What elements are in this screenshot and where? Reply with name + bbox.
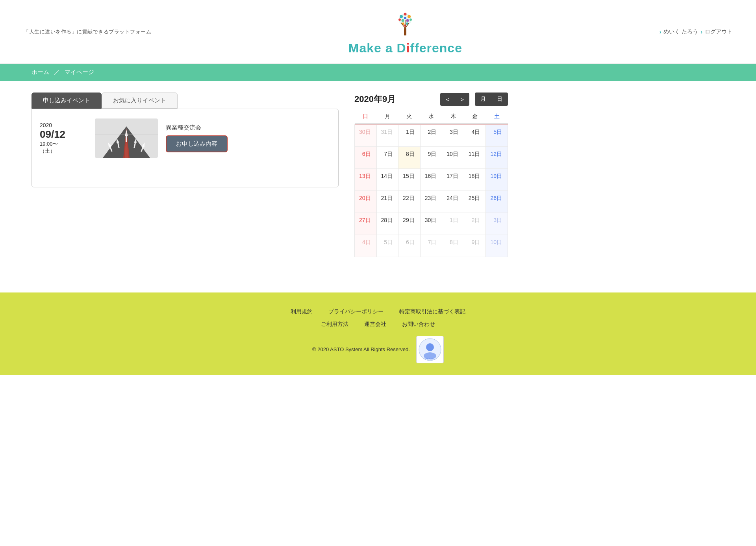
calendar-day[interactable]: 9日: [464, 235, 486, 257]
calendar-row: 6日 7日 8日 9日 10日 11日 12日: [355, 146, 508, 168]
weekday-sun: 日: [355, 110, 377, 124]
calendar-day[interactable]: 2日: [420, 124, 442, 146]
calendar-day[interactable]: 17日: [442, 168, 464, 191]
calendar-day[interactable]: 6日: [398, 235, 421, 257]
tab-registered-events[interactable]: 申し込みイベント: [32, 93, 102, 109]
calendar-day[interactable]: 28日: [376, 213, 398, 235]
footer-link-terms[interactable]: 利用規約: [291, 308, 313, 315]
calendar-panel: 2020年9月 < > 月 日 日 月 火 水 木: [354, 93, 508, 257]
calendar-view: 月 日: [475, 93, 508, 106]
calendar-day[interactable]: 10日: [486, 235, 508, 257]
application-detail-button[interactable]: お申し込み内容: [166, 135, 228, 152]
calendar-day[interactable]: 10日: [442, 146, 464, 168]
calendar-day[interactable]: 3日: [442, 124, 464, 146]
logo: Make a Difference: [348, 8, 462, 56]
footer-link-company[interactable]: 運営会社: [364, 321, 386, 328]
calendar-day[interactable]: 7日: [376, 146, 398, 168]
calendar-day[interactable]: 4日: [355, 235, 377, 257]
svg-point-10: [410, 19, 412, 21]
calendar-nav: < >: [440, 93, 469, 106]
calendar-day[interactable]: 6日: [355, 146, 377, 168]
event-time: 19:00〜: [40, 141, 87, 148]
calendar-day[interactable]: 25日: [464, 191, 486, 213]
header-nav: › めいく たろう › ログアウト: [660, 28, 732, 35]
tagline: 「人生に違いを作る」に貢献できるプラットフォーム: [24, 28, 151, 35]
svg-point-4: [404, 13, 407, 16]
breadcrumb-sep: ／: [54, 68, 60, 75]
weekday-tue: 火: [398, 110, 421, 124]
calendar-day[interactable]: 1日: [442, 213, 464, 235]
calendar-row: 20日 21日 22日 23日 24日 25日 26日: [355, 191, 508, 213]
calendar-day[interactable]: 24日: [442, 191, 464, 213]
calendar-day[interactable]: 18日: [464, 168, 486, 191]
calendar-row: 13日 14日 15日 16日 17日 18日 19日: [355, 168, 508, 191]
calendar-day[interactable]: 23日: [420, 191, 442, 213]
svg-point-7: [406, 19, 409, 22]
calendar-day[interactable]: 20日: [355, 191, 377, 213]
calendar-day[interactable]: 30日: [420, 213, 442, 235]
calendar-next-button[interactable]: >: [455, 93, 469, 106]
svg-point-8: [404, 17, 406, 19]
calendar-day[interactable]: 1日: [398, 124, 421, 146]
weekday-wed: 水: [420, 110, 442, 124]
svg-point-3: [400, 15, 403, 18]
calendar-day-today[interactable]: 8日: [398, 146, 421, 168]
event-year: 2020: [40, 122, 87, 128]
footer-bottom: © 2020 ASTO System All Rights Reserved. …: [24, 336, 732, 363]
footer-link-contact[interactable]: お問い合わせ: [402, 321, 435, 328]
calendar-day[interactable]: 8日: [442, 235, 464, 257]
calendar-day[interactable]: 7日: [420, 235, 442, 257]
calendar-day[interactable]: 21日: [376, 191, 398, 213]
calendar-day[interactable]: 13日: [355, 168, 377, 191]
calendar-day[interactable]: 5日: [486, 124, 508, 146]
calendar-day[interactable]: 4日: [464, 124, 486, 146]
calendar-day[interactable]: 31日: [376, 124, 398, 146]
footer-link-privacy[interactable]: プライバシーポリシー: [328, 308, 384, 315]
breadcrumb-current: マイページ: [65, 68, 94, 75]
calendar-row: 4日 5日 6日 7日 8日 9日 10日: [355, 235, 508, 257]
svg-point-9: [398, 19, 401, 21]
svg-point-5: [408, 15, 411, 18]
calendar-row: 27日 28日 29日 30日 1日 2日 3日: [355, 213, 508, 235]
calendar-day-view-button[interactable]: 日: [491, 93, 508, 106]
username[interactable]: めいく たろう: [663, 28, 698, 35]
calendar-month-view-button[interactable]: 月: [475, 93, 491, 106]
calendar-day[interactable]: 27日: [355, 213, 377, 235]
calendar-day[interactable]: 26日: [486, 191, 508, 213]
calendar-day[interactable]: 19日: [486, 168, 508, 191]
logout-link[interactable]: ログアウト: [705, 28, 732, 35]
calendar-controls: < > 月 日: [440, 93, 508, 106]
footer-link-howto[interactable]: ご利用方法: [321, 321, 348, 328]
svg-rect-0: [404, 28, 406, 35]
calendar-day[interactable]: 29日: [398, 213, 421, 235]
calendar-day[interactable]: 3日: [486, 213, 508, 235]
footer-link-commerce[interactable]: 特定商取引法に基づく表記: [399, 308, 465, 315]
calendar-day[interactable]: 22日: [398, 191, 421, 213]
calendar-day[interactable]: 11日: [464, 146, 486, 168]
calendar-day[interactable]: 30日: [355, 124, 377, 146]
event-box: 2020 09/12 19:00〜 （土）: [32, 109, 339, 187]
calendar-row: 30日 31日 1日 2日 3日 4日 5日: [355, 124, 508, 146]
calendar-day[interactable]: 2日: [464, 213, 486, 235]
calendar-prev-button[interactable]: <: [440, 93, 455, 106]
event-item: 2020 09/12 19:00〜 （土）: [40, 118, 330, 166]
footer-badge: プライバシー: [416, 336, 444, 363]
calendar-day[interactable]: 5日: [376, 235, 398, 257]
breadcrumb-home[interactable]: ホーム: [32, 68, 49, 75]
footer-links-row2: ご利用方法 運営会社 お問い合わせ: [24, 321, 732, 328]
tabs: 申し込みイベント お気に入りイベント: [32, 93, 339, 109]
event-weekday: （土）: [40, 148, 87, 155]
calendar-day[interactable]: 9日: [420, 146, 442, 168]
tab-favorite-events[interactable]: お気に入りイベント: [102, 93, 178, 109]
event-info: 異業種交流会 お申し込み内容: [166, 124, 228, 152]
nav-arrow2: ›: [700, 29, 702, 35]
calendar-day[interactable]: 12日: [486, 146, 508, 168]
header: 「人生に違いを作る」に貢献できるプラットフォーム: [0, 0, 756, 64]
breadcrumb: ホーム ／ マイページ: [0, 64, 756, 81]
calendar-day[interactable]: 16日: [420, 168, 442, 191]
event-name: 異業種交流会: [166, 124, 201, 131]
footer: 利用規約 プライバシーポリシー 特定商取引法に基づく表記 ご利用方法 運営会社 …: [0, 292, 756, 375]
calendar-day[interactable]: 15日: [398, 168, 421, 191]
weekday-sat: 土: [486, 110, 508, 124]
calendar-day[interactable]: 14日: [376, 168, 398, 191]
